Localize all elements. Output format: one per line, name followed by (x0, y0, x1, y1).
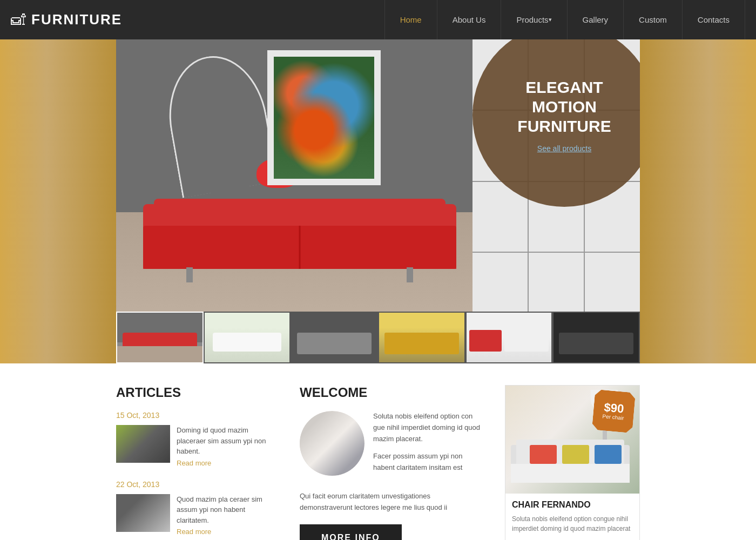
product-image-area: $90 Per chair (505, 386, 639, 494)
product-section: $90 Per chair CHAIR FERNANDO Soluta nobi… (505, 385, 640, 540)
nav-gallery[interactable]: Gallery (568, 0, 624, 39)
article-1-date: 15 Oct, 2013 (116, 411, 278, 420)
price-label: Per chair (602, 413, 624, 421)
welcome-title: WELCOME (300, 385, 483, 400)
article-2-date: 22 Oct, 2013 (116, 480, 278, 489)
hero-see-all-link[interactable]: See all products (537, 144, 591, 153)
article-1-thumb (116, 425, 170, 463)
hero-tagline: ELEGANT MOTION FURNITURE (517, 78, 611, 136)
thumb-4[interactable] (378, 312, 465, 363)
art-frame (267, 50, 381, 185)
thumb-1[interactable] (116, 312, 204, 363)
hero-wood-left (0, 39, 116, 363)
product-card: $90 Per chair CHAIR FERNANDO Soluta nobi… (505, 385, 640, 540)
product-desc: Soluta nobis eleifend option congue nihi… (512, 514, 633, 534)
nav-home[interactable]: Home (384, 0, 437, 39)
thumb-3[interactable] (291, 312, 378, 363)
thumb-2[interactable] (204, 312, 291, 363)
product-info: CHAIR FERNANDO Soluta nobis eleifend opt… (505, 494, 639, 540)
welcome-content: Soluta nobis eleifend option con gue nih… (300, 411, 483, 480)
sofa-leg-right (407, 267, 413, 282)
price-amount: $90 (604, 401, 624, 415)
p-sofa-seat (511, 464, 630, 483)
welcome-text-area: Soluta nobis eleifend option con gue nih… (373, 411, 483, 480)
welcome-section: WELCOME Soluta nobis eleifend option con… (300, 385, 483, 540)
product-name: CHAIR FERNANDO (512, 500, 633, 510)
article-1-item: Doming id quod mazim placeraer sim assum… (116, 425, 278, 467)
article-2-body: Quod mazim pla ceraer sim assum ypi non … (177, 494, 278, 536)
hero-sofa (143, 185, 456, 282)
thumb-5[interactable] (465, 312, 553, 363)
article-1-text: Doming id quod mazim placeraer sim assum… (177, 425, 278, 457)
article-1: 15 Oct, 2013 Doming id quod mazim placer… (116, 411, 278, 467)
more-info-button[interactable]: MORE INFO (300, 524, 402, 540)
p-pillow-blue (595, 445, 622, 464)
articles-title: ARTICLES (116, 385, 278, 400)
nav-products[interactable]: Products (501, 0, 567, 39)
welcome-para-1: Soluta nobis eleifend option con gue nih… (373, 411, 483, 444)
nav-contacts[interactable]: Contacts (683, 0, 745, 39)
hero-section: ELEGANT MOTION FURNITURE See all product… (0, 39, 756, 363)
header: 🛋 FURNITURE Home About Us Products Galle… (0, 0, 756, 39)
hero-right-panel: ELEGANT MOTION FURNITURE See all product… (473, 39, 640, 323)
article-1-body: Doming id quod mazim placeraer sim assum… (177, 425, 278, 467)
article-2-item: Quod mazim pla ceraer sim assum ypi non … (116, 494, 278, 536)
nav-custom[interactable]: Custom (624, 0, 683, 39)
logo-area: 🛋 FURNITURE (11, 11, 122, 29)
sofa-divider (299, 226, 301, 269)
hero-main: ELEGANT MOTION FURNITURE See all product… (116, 39, 640, 323)
sofa-leg-left (186, 267, 193, 282)
hero-wood-right (640, 39, 756, 363)
welcome-para-2: Facer possim assum ypi non habent clarit… (373, 451, 483, 474)
price-badge: $90 Per chair (592, 389, 636, 433)
hero-sofa-area (116, 39, 473, 323)
article-2-thumb (116, 494, 170, 532)
article-2: 22 Oct, 2013 Quod mazim pla ceraer sim a… (116, 480, 278, 536)
hero-thumbnails (116, 312, 640, 363)
welcome-chair-img-inner (300, 411, 364, 476)
p-pillow-red (530, 445, 557, 464)
logo-icon: 🛋 (11, 11, 26, 29)
thumb-6[interactable] (552, 312, 640, 363)
nav-about[interactable]: About Us (437, 0, 502, 39)
product-sofa (511, 440, 630, 483)
article-2-read-more[interactable]: Read more (177, 528, 278, 536)
articles-section: ARTICLES 15 Oct, 2013 Doming id quod maz… (116, 385, 278, 540)
art-flowers (274, 57, 374, 179)
welcome-bottom-text: Qui facit eorum claritatem unvestigation… (300, 491, 483, 514)
welcome-chair-image (300, 411, 364, 476)
main-content: ARTICLES 15 Oct, 2013 Doming id quod maz… (0, 363, 756, 540)
article-1-read-more[interactable]: Read more (177, 459, 278, 467)
main-nav: Home About Us Products Gallery Custom Co… (384, 0, 745, 39)
article-2-text: Quod mazim pla ceraer sim assum ypi non … (177, 494, 278, 526)
logo-text: FURNITURE (31, 11, 122, 28)
p-pillow-yellow (562, 445, 589, 464)
